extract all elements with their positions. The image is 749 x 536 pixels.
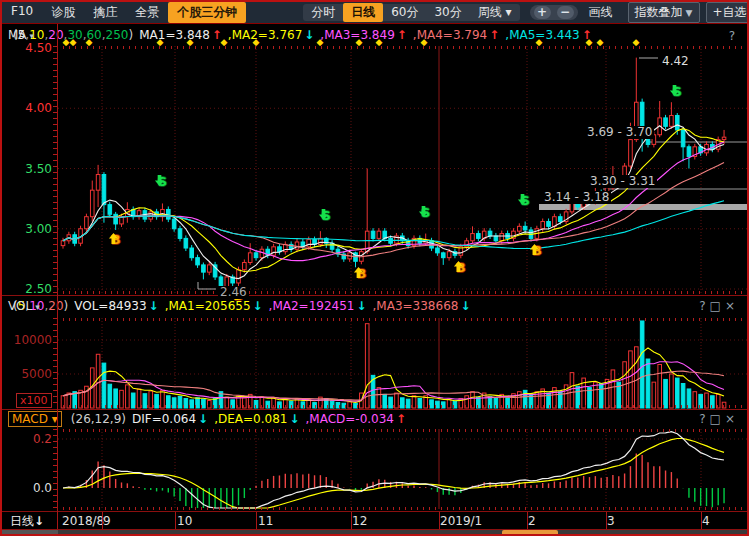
sell-marker: S <box>517 194 533 207</box>
event-diamond-icon[interactable]: ◆ <box>84 38 94 47</box>
scrollbar-track[interactable] <box>2 530 747 536</box>
indicator-value: ,MA2=3.767 <box>228 28 302 42</box>
event-diamond-icon[interactable]: ◆ <box>354 38 364 47</box>
down-arrow-icon: ↓ <box>289 412 299 426</box>
close-icon[interactable]: × <box>725 299 739 313</box>
tick-strip <box>57 405 748 408</box>
toolbar-tab[interactable]: 诊股 <box>42 2 84 23</box>
indicator-params: (26,12,9) <box>71 412 126 426</box>
period-selector[interactable]: 日线↓ <box>10 514 44 529</box>
event-diamond-icon[interactable]: ◆ <box>315 38 325 47</box>
period-tabs: 分时日线60分30分周线 ▾ <box>303 4 519 21</box>
time-axis-label: 12 <box>352 514 367 529</box>
volume-axis-label: 10000 <box>2 333 52 347</box>
toolbar-tab[interactable]: 个股三分钟 <box>168 2 246 23</box>
main-help-icon[interactable]: ? <box>729 28 739 44</box>
down-arrow-icon: ↓ <box>253 299 263 313</box>
tick-strip <box>57 318 748 321</box>
chevron-down-icon: ▼ <box>686 8 693 18</box>
down-arrow-icon: ↓ <box>460 299 470 313</box>
indicator-value: ,MA3=338668 <box>373 299 459 313</box>
sell-marker: S <box>154 175 170 188</box>
tick-strip <box>57 291 748 294</box>
buy-marker: B <box>108 233 124 246</box>
price-axis-label: 4.50 <box>2 41 52 55</box>
time-axis-tick <box>701 512 702 529</box>
buy-marker: B <box>453 261 469 274</box>
right-tools: 画线 指数叠加▼ +自选▼ >| <box>580 2 749 23</box>
time-axis-label: 11 <box>258 514 273 529</box>
up-arrow-icon: ↑ <box>489 28 499 42</box>
period-tab[interactable]: 60分 <box>383 3 426 22</box>
price-axis-label: 4.00 <box>2 101 52 115</box>
period-tab[interactable]: 30分 <box>426 3 469 22</box>
buy-marker: B <box>353 267 369 280</box>
chart-plot-area[interactable] <box>2 2 747 534</box>
indicator-value: VOL=84933 <box>74 299 146 313</box>
period-tab[interactable]: 周线 ▾ <box>470 3 520 22</box>
event-diamond-icon[interactable]: ◆ <box>534 38 544 47</box>
time-axis-tick <box>57 512 58 529</box>
zoom-in-button[interactable]: + <box>534 6 551 19</box>
tick-strip <box>57 507 748 510</box>
event-diamond-icon[interactable]: ◆ <box>595 38 605 47</box>
event-diamond-icon[interactable]: ◆ <box>251 38 261 47</box>
price-axis-label: 3.00 <box>2 222 52 236</box>
event-diamond-icon[interactable]: ◆ <box>185 38 195 47</box>
event-diamond-icon[interactable]: ◆ <box>584 38 594 47</box>
draw-line-button[interactable]: 画线 <box>580 2 622 23</box>
event-diamond-icon[interactable]: ◆ <box>219 38 229 47</box>
macd-indicator-header: MACD ▾(26,12,9)DIF=0.064↓,DEA=0.081↓,MAC… <box>8 410 406 428</box>
maximize-icon[interactable]: □ <box>710 299 725 313</box>
help-icon[interactable]: ? <box>699 299 709 313</box>
toolbar-tab[interactable]: 全景 <box>126 2 168 23</box>
period-tab[interactable]: 分时 <box>303 3 343 22</box>
macd-axis-label: 0.2 <box>2 432 52 446</box>
period-tab[interactable]: 日线 <box>343 3 383 22</box>
time-axis-label: 2 <box>528 514 536 529</box>
panel-separator <box>2 295 747 296</box>
price-annotation: 2.46 <box>218 286 249 299</box>
event-diamond-icon[interactable]: ◆ <box>631 38 641 47</box>
time-axis-label: 2019/1 <box>440 514 482 529</box>
sell-marker: S <box>418 206 434 219</box>
event-diamond-icon[interactable]: ◆ <box>155 38 165 47</box>
down-arrow-icon: ↓ <box>304 28 314 42</box>
event-diamond-icon[interactable]: ◆ <box>68 38 78 47</box>
chevron-down-icon: ▾ <box>30 31 35 41</box>
add-watchlist-button[interactable]: +自选▼ <box>706 2 749 23</box>
indicator-value: ,MACD=-0.034 <box>305 412 394 426</box>
toolbar-tab[interactable]: F10 <box>2 2 42 23</box>
panel-separator <box>2 511 747 512</box>
indicator-name[interactable]: VOL▾ <box>8 297 40 316</box>
index-overlay-button[interactable]: 指数叠加▼ <box>628 2 700 23</box>
stock-chart-window: F10诊股擒庄全景个股三分钟 分时日线60分30分周线 ▾ + − 画线 指数叠… <box>0 0 749 536</box>
sell-marker: S <box>318 209 334 222</box>
zoom-out-button[interactable]: − <box>557 6 574 19</box>
event-diamond-icon[interactable]: ◆ <box>374 38 384 47</box>
time-axis-label: 10 <box>177 514 192 529</box>
time-axis-tick <box>102 512 103 529</box>
up-arrow-icon: ↑ <box>397 28 407 42</box>
help-icon[interactable]: ? <box>699 412 709 426</box>
price-axis-label: 2.50 <box>2 282 52 296</box>
time-axis-label: 3 <box>607 514 615 529</box>
price-level-annotation: 3.14 - 3.18 <box>542 191 611 204</box>
scrollbar-thumb[interactable] <box>502 530 558 536</box>
volume-unit-label: x100 <box>16 393 52 408</box>
arrow-down-icon: ↓ <box>34 514 44 528</box>
indicator-name[interactable]: MACD ▾ <box>8 411 62 427</box>
chevron-down-icon: ▾ <box>35 302 40 312</box>
time-axis-tick <box>439 512 440 529</box>
volume-axis-label: 5000 <box>2 367 52 381</box>
time-axis-label: 4 <box>702 514 710 529</box>
maximize-icon[interactable]: □ <box>710 412 725 426</box>
time-axis-tick <box>175 512 176 529</box>
time-axis-tick <box>527 512 528 529</box>
indicator-value: MA1=3.848 <box>139 28 210 42</box>
event-diamond-icon[interactable]: ◆ <box>419 38 429 47</box>
left-tabs: F10诊股擒庄全景个股三分钟 <box>2 2 246 23</box>
close-icon[interactable]: × <box>725 412 739 426</box>
ma-indicator-header: MA▾(5,10,20,30,60,250)MA1=3.848↑,MA2=3.7… <box>8 26 592 44</box>
toolbar-tab[interactable]: 擒庄 <box>84 2 126 23</box>
